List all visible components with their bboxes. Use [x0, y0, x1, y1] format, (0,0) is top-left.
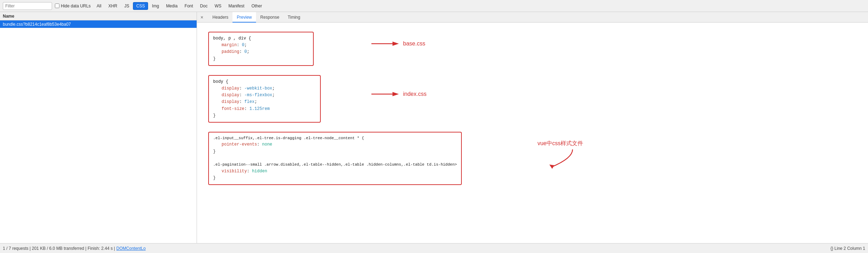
code-line: font-size: 1.125rem	[213, 106, 316, 112]
hide-data-urls-label: Hide data URLs	[61, 4, 91, 8]
code-line: .el-pagination--small .arrow.disabled,.e…	[213, 162, 457, 168]
filter-btn-media[interactable]: Media	[163, 2, 181, 10]
code-line: display: -webkit-box;	[213, 85, 316, 92]
block2-wrapper: body { display: -webkit-box; display: -m…	[203, 72, 868, 125]
code-line: }	[213, 56, 309, 62]
hide-data-urls-container: Hide data URLs	[55, 4, 91, 8]
arrow-icon	[371, 39, 400, 48]
code-line: margin: 0;	[213, 42, 309, 49]
code-line: }	[213, 112, 316, 119]
code-block-3: .el-input__suffix,.el-tree.is-dragging .…	[208, 132, 462, 185]
arrow-icon	[371, 90, 400, 98]
code-line: .el-input__suffix,.el-tree.is-dragging .…	[213, 135, 457, 142]
filter-input[interactable]	[3, 2, 52, 10]
list-item-name: bundle.css?b8214c1eaf8b53e4ba07	[3, 22, 71, 27]
filter-btn-xhr[interactable]: XHR	[105, 2, 120, 10]
tab-timing[interactable]: Timing	[283, 12, 305, 23]
code-line: }	[213, 148, 457, 155]
code-line: body, p , div {	[213, 35, 309, 42]
close-button[interactable]: ×	[198, 14, 205, 21]
code-line: display: flex;	[213, 99, 316, 105]
code-line: }	[213, 175, 457, 181]
filter-btn-manifest[interactable]: Manifest	[225, 2, 248, 10]
filter-btn-js[interactable]: JS	[121, 2, 132, 10]
hide-data-urls-checkbox[interactable]	[55, 4, 59, 8]
filter-btn-other[interactable]: Other	[248, 2, 265, 10]
code-line: pointer-events: none	[213, 141, 457, 148]
filter-btn-css[interactable]: CSS	[133, 2, 148, 10]
close-icon: ×	[200, 14, 203, 20]
code-line: display: -ms-flexbox;	[213, 92, 316, 99]
svg-marker-3	[392, 92, 399, 96]
block1-wrapper: body, p , div { margin: 0; padding: 0; }…	[203, 29, 868, 69]
list-header: Name	[0, 12, 197, 20]
status-dom-link[interactable]: DOMContentLo	[116, 246, 146, 251]
filter-btn-ws[interactable]: WS	[211, 2, 224, 10]
code-line: padding: 0;	[213, 49, 309, 55]
list-item[interactable]: bundle.css?b8214c1eaf8b53e4ba07	[0, 20, 197, 28]
filter-btn-all[interactable]: All	[94, 2, 104, 10]
annotation-label-1: base.css	[403, 41, 425, 47]
filter-btn-font[interactable]: Font	[181, 2, 196, 10]
annotation-2: index.css	[371, 90, 427, 98]
status-text: 1 / 7 requests | 201 KB / 6.0 MB transfe…	[3, 246, 115, 251]
filter-btn-img[interactable]: Img	[149, 2, 162, 10]
block3-wrapper: .el-input__suffix,.el-tree.is-dragging .…	[203, 129, 868, 188]
code-block-1: body, p , div { margin: 0; padding: 0; }	[208, 32, 314, 66]
filter-buttons-group: AllXHRJSCSSImgMediaFontDocWSManifestOthe…	[94, 2, 265, 10]
code-line: visibility: hidden	[213, 168, 457, 175]
svg-marker-1	[392, 42, 399, 46]
tab-headers[interactable]: Headers	[208, 12, 232, 23]
code-line	[213, 155, 457, 162]
right-panel: × HeadersPreviewResponseTiming body, p ,…	[197, 12, 868, 243]
status-right: {} Line 2 Column 1	[830, 246, 865, 251]
status-bar: 1 / 7 requests | 201 KB / 6.0 MB transfe…	[0, 243, 868, 253]
tab-response[interactable]: Response	[256, 12, 283, 23]
main-layout: Name bundle.css?b8214c1eaf8b53e4ba07 × H…	[0, 12, 868, 243]
network-list: Name bundle.css?b8214c1eaf8b53e4ba07	[0, 12, 197, 243]
filter-btn-doc[interactable]: Doc	[197, 2, 211, 10]
annotation-1: base.css	[371, 39, 425, 48]
tab-preview[interactable]: Preview	[232, 12, 256, 23]
annotation-label-2: index.css	[403, 91, 427, 97]
tabs-bar: × HeadersPreviewResponseTiming	[197, 12, 868, 23]
list-header-name: Name	[3, 14, 14, 19]
code-line: body {	[213, 79, 316, 85]
content-area[interactable]: body, p , div { margin: 0; padding: 0; }…	[197, 23, 868, 243]
network-toolbar: Hide data URLs AllXHRJSCSSImgMediaFontDo…	[0, 0, 868, 12]
code-block-2: body { display: -webkit-box; display: -m…	[208, 75, 321, 123]
